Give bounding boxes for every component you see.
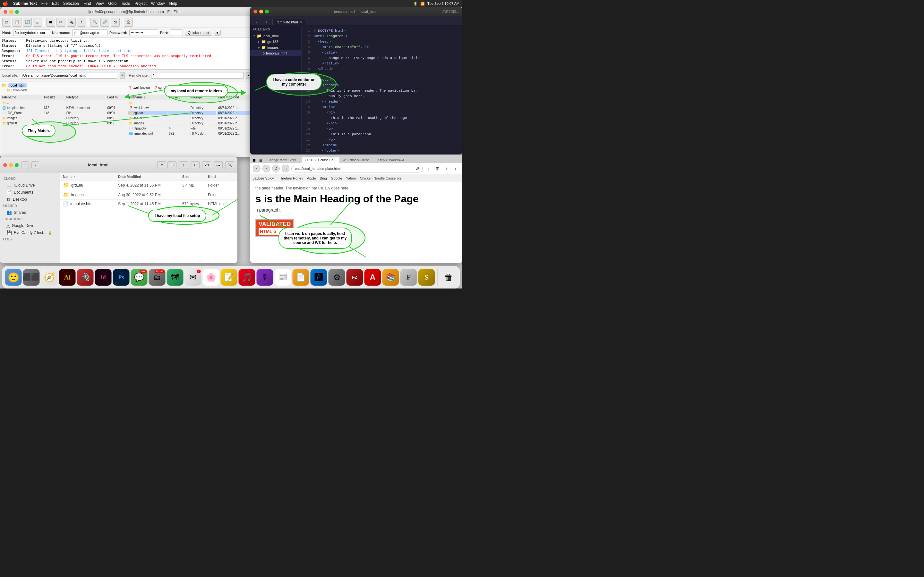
table-row[interactable]: 📁 cgi-binDirectory08/31/2022 1... [128, 111, 253, 115]
sidebar-item-desktop[interactable]: 🖥 Desktop [0, 196, 60, 203]
col-name[interactable]: Name ↑ [60, 174, 115, 179]
table-row[interactable]: 📁 .. [128, 101, 253, 105]
dock-appstore[interactable]: 🅰 [310, 269, 327, 285]
dock-pages[interactable]: 📄 [292, 269, 309, 285]
toolbar-disconnect[interactable]: ✂ [57, 18, 65, 27]
col-size[interactable]: Size [180, 174, 205, 179]
menu-find[interactable]: Find [83, 1, 91, 6]
dock-acrobat[interactable]: A [365, 269, 381, 285]
menu-selection[interactable]: Selection [63, 1, 79, 6]
menu-edit[interactable]: Edit [52, 1, 59, 6]
table-row[interactable]: ❓ .well-knownDirectory08/31/2022 1... [128, 106, 253, 110]
toolbar-bookmarks[interactable]: 🏠 [124, 18, 133, 27]
dock-launchpad[interactable]: ⬛⬛⬛⬛ [23, 269, 40, 285]
col-kind[interactable]: Kind [205, 174, 237, 179]
browser-tab-w3schools[interactable]: W3Schools Online... [339, 157, 375, 163]
editor-nav-next[interactable]: › [262, 18, 271, 25]
finder-action-btn[interactable]: ↑ [179, 161, 188, 169]
dock-scrivener[interactable]: S [418, 269, 435, 285]
table-row[interactable]: 📁 imagesDirectory09/01/2022 2... [128, 121, 253, 126]
browser-reload-icon[interactable]: ↺ [415, 166, 419, 171]
dock-filemerge[interactable]: 🗂 33,102 [149, 269, 166, 285]
finder-maximize-button[interactable] [15, 163, 19, 167]
finder-tag-btn[interactable]: 🏷 [202, 161, 211, 169]
editor-code-area[interactable]: 123456789101112131415161718192021222324 … [302, 26, 462, 155]
dock-photoshop[interactable]: Ps [113, 269, 129, 285]
editor-maximize-button[interactable] [265, 10, 269, 13]
bookmark-google[interactable]: Google [331, 176, 342, 180]
bookmark-jaybee[interactable]: Jaybee Spicy... [253, 176, 276, 180]
menu-window[interactable]: Window [151, 1, 165, 6]
toolbar-refresh[interactable]: 🔄 [23, 18, 32, 27]
table-row[interactable]: 📁 grd188Directory09/03 [1, 121, 126, 126]
sidebar-item-documents[interactable]: 📄 Documents [0, 189, 60, 196]
dock-news[interactable]: 📰 [275, 269, 291, 285]
browser-tab-overview-btn[interactable]: ⊞ [434, 165, 441, 172]
local-col-lastmod[interactable]: Last m [106, 95, 126, 100]
dock-messages[interactable]: 💬 99+ [131, 269, 148, 285]
finder-search-btn[interactable]: 🔍 [225, 161, 234, 169]
remote-col-filesize[interactable]: Filesize [168, 95, 188, 100]
list-item[interactable]: 📄 template.html Sep 1, 2022 at 11:45 PM … [60, 200, 237, 208]
bookmark-bing[interactable]: Bing [320, 176, 327, 180]
dock-finder[interactable]: 🙂 [5, 269, 22, 285]
editor-nav-prev[interactable]: ‹ [252, 18, 261, 25]
sidebar-item-images[interactable]: ▶ 📁 images [250, 45, 301, 50]
quickconnect-dropdown[interactable]: ▼ [214, 30, 221, 35]
browser-share-btn[interactable]: ↑ [425, 165, 433, 172]
finder-forward-button[interactable]: › [31, 161, 39, 169]
local-site-input[interactable] [21, 72, 117, 79]
toolbar-filter[interactable]: 🔍 [90, 18, 99, 27]
username-input[interactable] [72, 29, 107, 36]
list-item[interactable]: 📁 images Aug 30, 2022 at 9:52 PM -- Fold… [60, 190, 237, 200]
sidebar-item-shared[interactable]: 👥 Shared [0, 209, 60, 216]
tab-template-html[interactable]: template.html ✕ [272, 19, 306, 25]
toolbar-sync[interactable]: 🔗 [100, 18, 110, 27]
col-date[interactable]: Date Modified [115, 174, 180, 179]
browser-sidebar-btn[interactable]: › [452, 165, 459, 172]
sidebar-item-icloud-drive[interactable]: ☁️ iCloud Drive [0, 182, 60, 189]
editor-close-button[interactable] [254, 10, 257, 13]
toolbar-cancel[interactable]: ⏹ [46, 18, 55, 27]
table-row[interactable]: 🌐 template.html672HTML document09/01 [1, 106, 126, 110]
table-row[interactable]: 🌐 template.html672HTML do...09/01/2022 2… [128, 131, 253, 136]
local-col-filetype[interactable]: Filetype [65, 95, 105, 100]
browser-grid-btn[interactable]: ▦ [258, 158, 263, 163]
local-site-dropdown[interactable]: ▼ [120, 72, 125, 79]
toolbar-queue[interactable]: ↕ [77, 18, 86, 27]
finder-icon-view[interactable]: ⊞ [168, 161, 176, 169]
menu-tools[interactable]: Tools [121, 1, 130, 6]
browser-tab-grd188[interactable]: GRD188 Course Co... [302, 157, 339, 163]
bookmark-apple[interactable]: Apple [307, 176, 316, 180]
menu-project[interactable]: Project [134, 1, 146, 6]
remote-site-input[interactable] [151, 72, 244, 79]
table-row[interactable]: 📄 .DS_Store148File09/04 [1, 111, 126, 115]
finder-minimize-button[interactable] [9, 163, 13, 167]
finder-list-view[interactable]: ≡ [157, 161, 166, 169]
toolbar-compare[interactable]: ⚖ [111, 18, 120, 27]
dock-safari[interactable]: 🧭 [41, 269, 58, 285]
dock-music[interactable]: 🎵 [239, 269, 255, 285]
table-row[interactable]: 📁 imagesDirectory08/30 [1, 116, 126, 121]
browser-back-button[interactable]: ‹ [253, 165, 260, 172]
list-item[interactable]: 📁 grd188 Sep 4, 2022 at 11:55 PM 3.4 MB … [60, 181, 237, 190]
maximize-button[interactable] [15, 10, 19, 14]
table-row[interactable]: 📁 grd188Directory09/01/2022 2... [128, 116, 253, 121]
local-col-filesize[interactable]: Filesize [43, 95, 65, 100]
dock-photos[interactable]: 🌸 [203, 269, 220, 285]
toolbar-site-manager[interactable]: 🗂 [2, 18, 11, 27]
browser-refresh-button[interactable]: ↺ [272, 165, 280, 172]
remote-col-filetype[interactable]: Filetype [189, 95, 216, 100]
menu-view[interactable]: View [95, 1, 104, 6]
browser-sidebar-btn[interactable]: ☰ [252, 158, 257, 163]
minimize-button[interactable] [9, 10, 13, 14]
toolbar-open-manager[interactable]: 📋 [13, 18, 21, 27]
apple-menu[interactable]: 🍎 [3, 1, 8, 6]
sidebar-item-eye-candy[interactable]: 💾 Eye Candy 7 Inst... 🔒 [0, 229, 60, 236]
toolbar-reconnect[interactable]: 🔌 [67, 18, 76, 27]
browser-tab-step4[interactable]: Step 4: Workflow/C... [375, 157, 411, 163]
finder-share-btn[interactable]: ⊙ [191, 161, 200, 169]
bookmark-yahoo[interactable]: Yahoo [346, 176, 356, 180]
remote-col-lastmod[interactable]: Last modified [217, 95, 252, 100]
dock-filezilla[interactable]: FZ [347, 269, 363, 285]
